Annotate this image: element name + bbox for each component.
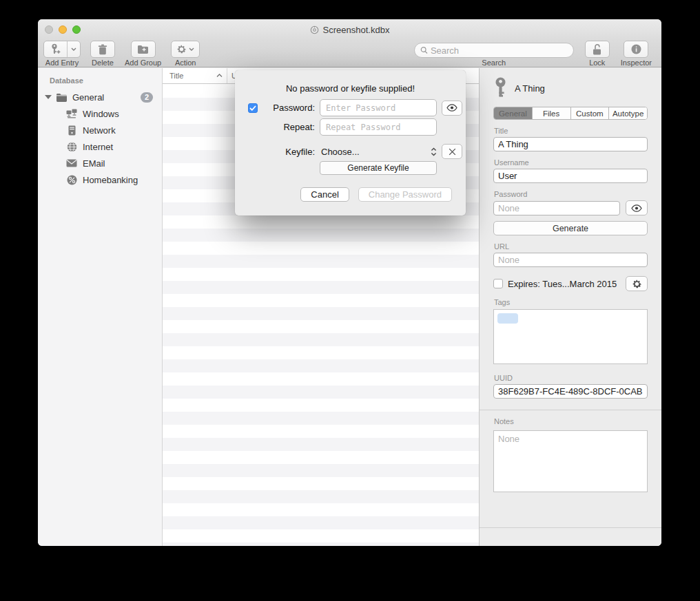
inspector-footer	[480, 527, 661, 546]
search-label: Search	[482, 59, 506, 67]
action-label: Action	[175, 59, 196, 67]
uuid-label: UUID	[494, 374, 648, 382]
add-entry-button[interactable]	[43, 41, 81, 58]
trash-icon	[98, 44, 107, 55]
sidebar: Database General 2	[38, 68, 163, 546]
add-entry-label: Add Entry	[45, 59, 79, 67]
inspector-label: Inspector	[621, 59, 652, 67]
app-window: Screenshot.kdbx	[38, 19, 661, 546]
sidebar-item-email[interactable]: EMail	[38, 155, 162, 171]
dialog-repeat-label: Repeat:	[262, 122, 315, 132]
lock-label: Lock	[589, 59, 605, 67]
envelope-icon	[66, 159, 77, 167]
group-count-badge: 2	[141, 92, 153, 103]
sort-ascending-icon	[216, 74, 223, 78]
sidebar-item-windows[interactable]: Windows	[38, 105, 162, 122]
uuid-field[interactable]	[493, 384, 648, 399]
generate-password-button[interactable]: Generate	[493, 221, 648, 235]
tags-label: Tags	[494, 298, 648, 306]
password-field[interactable]	[493, 201, 620, 215]
url-field-label: URL	[494, 242, 648, 251]
chevron-down-icon	[189, 48, 194, 51]
folder-plus-icon	[137, 45, 149, 54]
sidebar-item-label: Network	[83, 125, 116, 136]
checkmark-icon	[249, 105, 256, 111]
title-field[interactable]	[493, 137, 648, 151]
sidebar-item-label: Homebanking	[83, 175, 138, 185]
dialog-reveal-password-button[interactable]	[442, 101, 462, 116]
username-field[interactable]	[493, 169, 648, 183]
eye-icon	[446, 104, 457, 112]
dialog-message: No password or keyfile supplied!	[235, 83, 466, 94]
chevron-down-icon	[71, 48, 76, 51]
server-icon	[68, 125, 76, 136]
window-title: Screenshot.kdbx	[323, 25, 390, 35]
group-label: General	[72, 92, 104, 103]
expires-settings-button[interactable]	[626, 276, 648, 291]
key-plus-icon	[50, 43, 61, 55]
add-entry-dropdown[interactable]	[68, 41, 80, 57]
keyfile-popup[interactable]: Choose...	[320, 147, 437, 157]
dialog-keyfile-label: Keyfile:	[262, 147, 315, 157]
reveal-password-button[interactable]	[626, 200, 648, 215]
notes-field[interactable]	[493, 430, 648, 492]
info-icon	[631, 44, 641, 54]
password-checkbox[interactable]	[248, 103, 258, 113]
password-field-label: Password	[494, 190, 648, 198]
tab-custom[interactable]: Custom	[571, 107, 610, 119]
keyfile-selected-value: Choose...	[320, 147, 431, 157]
sidebar-header: Database	[38, 74, 162, 89]
expires-checkbox[interactable]	[493, 279, 503, 288]
globe-icon	[67, 142, 77, 152]
clear-keyfile-button[interactable]	[442, 144, 462, 159]
sidebar-item-label: EMail	[83, 158, 105, 169]
cancel-button[interactable]: Cancel	[300, 187, 349, 202]
dialog-password-input[interactable]	[320, 99, 437, 116]
sidebar-item-internet[interactable]: Internet	[38, 138, 162, 155]
stepper-icon	[431, 147, 437, 156]
username-field-label: Username	[494, 158, 648, 167]
search-icon	[420, 46, 428, 54]
disclosure-triangle-icon[interactable]	[45, 95, 52, 99]
add-group-label: Add Group	[125, 59, 161, 67]
divider	[480, 410, 661, 410]
notes-label: Notes	[494, 417, 648, 425]
close-x-icon	[449, 148, 456, 156]
tag-pill[interactable]	[497, 313, 518, 324]
column-header-title[interactable]: Title	[163, 68, 227, 83]
dialog-repeat-input[interactable]	[320, 118, 437, 136]
lock-button[interactable]	[585, 41, 610, 58]
sidebar-item-label: Internet	[83, 142, 113, 152]
sidebar-item-network[interactable]: Network	[38, 122, 162, 138]
add-group-button[interactable]	[131, 41, 156, 58]
tab-autotype[interactable]: Autotype	[609, 107, 647, 119]
delete-button[interactable]	[90, 41, 115, 58]
toolbar: Add Entry Delete	[38, 40, 661, 67]
eye-icon	[631, 204, 642, 212]
title-field-label: Title	[494, 127, 648, 135]
dialog-password-label: Password:	[262, 103, 315, 113]
percent-coin-icon	[67, 175, 77, 185]
sidebar-group-general[interactable]: General 2	[38, 89, 162, 105]
expires-label: Expires: Tues...March 2015	[508, 279, 626, 289]
workgroup-icon	[66, 109, 77, 118]
inspector-button[interactable]	[624, 41, 648, 58]
tab-general[interactable]: General	[494, 107, 533, 119]
change-password-button[interactable]: Change Password	[358, 187, 452, 202]
search-field[interactable]	[414, 43, 574, 58]
title-bar[interactable]: Screenshot.kdbx	[38, 19, 661, 40]
search-input[interactable]	[431, 45, 568, 56]
sidebar-item-homebanking[interactable]: Homebanking	[38, 171, 162, 188]
tags-box[interactable]	[493, 309, 648, 364]
gear-icon	[632, 279, 642, 289]
document-proxy-icon	[310, 25, 319, 34]
delete-label: Delete	[92, 59, 114, 67]
generate-keyfile-button[interactable]: Generate Keyfile	[320, 161, 437, 175]
url-field[interactable]	[493, 253, 648, 267]
tab-files[interactable]: Files	[533, 107, 571, 119]
folder-icon	[56, 93, 68, 102]
action-button[interactable]	[171, 41, 200, 58]
change-password-dialog: No password or keyfile supplied! Passwor…	[235, 70, 466, 215]
gear-icon	[176, 44, 187, 54]
sidebar-item-label: Windows	[83, 109, 119, 119]
